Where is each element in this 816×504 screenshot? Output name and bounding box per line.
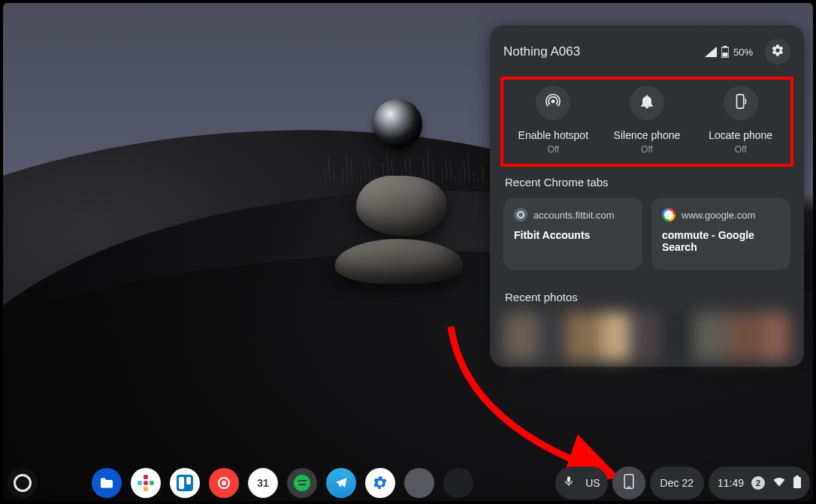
recent-photos-strip[interactable]	[503, 312, 790, 361]
app-pocket-casts[interactable]	[209, 468, 239, 498]
phone-hub-settings-button[interactable]	[765, 39, 790, 65]
action-state: Off	[735, 144, 747, 155]
locate-phone-toggle[interactable]: Locate phone Off	[694, 86, 787, 155]
wallpaper-rock	[356, 176, 446, 236]
site-favicon	[514, 208, 527, 222]
calendar-shelf-button[interactable]: Dec 22	[650, 466, 704, 499]
action-label: Silence phone	[614, 129, 681, 141]
site-favicon	[662, 208, 675, 222]
svg-rect-2	[722, 53, 727, 57]
recent-photos-heading: Recent photos	[505, 291, 790, 303]
app-google-calendar[interactable]: 31	[248, 468, 278, 498]
phone-hub-actions: Enable hotspot Off Z Silence phone Off L…	[503, 80, 790, 168]
wallpaper-sphere	[373, 99, 422, 149]
app-spotify[interactable]	[287, 468, 317, 498]
app-files[interactable]	[92, 468, 122, 498]
wifi-icon	[772, 476, 786, 490]
phone-status-icons: 50%	[705, 46, 753, 58]
app-unknown[interactable]	[443, 468, 473, 498]
action-label: Enable hotspot	[518, 129, 588, 141]
silence-phone-toggle[interactable]: Z Silence phone Off	[600, 86, 694, 155]
hotspot-icon	[545, 93, 561, 113]
svg-rect-7	[627, 486, 630, 487]
clock-label: 11:49	[718, 477, 744, 489]
svg-text:Z: Z	[645, 99, 648, 104]
battery-percent: 50%	[733, 47, 753, 58]
recent-tabs-heading: Recent Chrome tabs	[505, 176, 790, 189]
app-unknown[interactable]	[404, 468, 434, 498]
app-slack[interactable]	[131, 468, 161, 498]
phone-hub-panel: Nothing A063 50% Enable hotspot Off	[490, 26, 804, 367]
recent-tab-card[interactable]: www.google.com commute - Google Search	[651, 198, 790, 270]
svg-rect-8	[796, 475, 799, 477]
tab-url: accounts.fitbit.com	[533, 210, 615, 221]
battery-icon	[793, 475, 801, 491]
app-trello[interactable]	[170, 468, 200, 498]
phone-hub-header: Nothing A063 50%	[503, 39, 790, 65]
notification-count-badge: 2	[751, 476, 765, 490]
phone-icon	[624, 473, 634, 493]
microphone-icon[interactable]	[563, 475, 575, 491]
launcher-button[interactable]	[8, 468, 38, 498]
bell-snooze-icon: Z	[639, 93, 655, 113]
phone-hub-shelf-button[interactable]	[612, 466, 645, 499]
tab-title: commute - Google Search	[662, 229, 780, 253]
signal-icon	[705, 47, 717, 57]
app-telegram[interactable]	[326, 468, 356, 498]
phone-device-name: Nothing A063	[503, 44, 697, 59]
svg-point-3	[552, 100, 555, 103]
recent-tabs-row: accounts.fitbit.com Fitbit Accounts www.…	[503, 198, 790, 270]
battery-icon	[721, 46, 729, 58]
enable-hotspot-toggle[interactable]: Enable hotspot Off	[506, 86, 600, 155]
action-label: Locate phone	[709, 129, 772, 141]
chromeos-shelf: 31 US Dec 22 11:49 2	[3, 465, 813, 501]
svg-rect-9	[793, 477, 801, 488]
recent-tab-card[interactable]: accounts.fitbit.com Fitbit Accounts	[503, 198, 642, 270]
phone-ring-icon	[733, 93, 749, 113]
action-state: Off	[641, 144, 653, 155]
status-area[interactable]: 11:49 2	[709, 466, 810, 499]
calendar-day-number: 31	[257, 477, 269, 489]
action-state: Off	[547, 144, 559, 155]
ime-indicator[interactable]: US	[585, 477, 600, 489]
app-settings[interactable]	[365, 468, 395, 498]
pinned-apps: 31	[92, 468, 473, 498]
gear-icon	[771, 44, 784, 60]
tab-url: www.google.com	[682, 210, 755, 221]
tab-title: Fitbit Accounts	[514, 229, 632, 241]
svg-rect-5	[736, 95, 743, 108]
system-tray: US	[555, 466, 607, 499]
date-label: Dec 22	[660, 477, 694, 489]
